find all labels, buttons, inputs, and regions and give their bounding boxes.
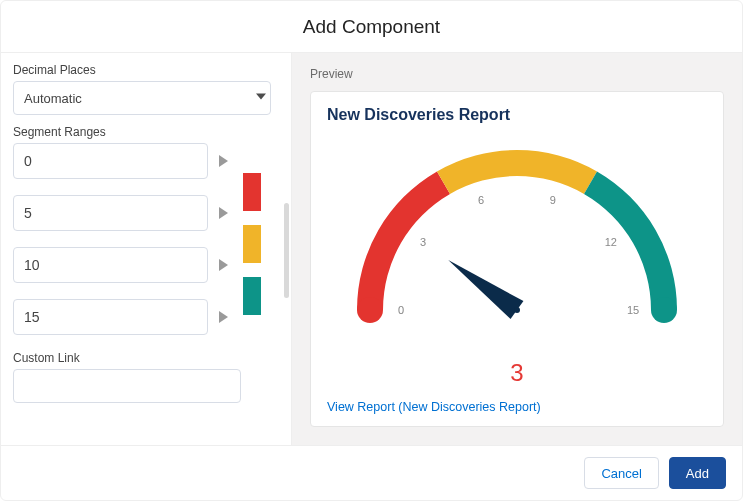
- svg-point-5: [357, 297, 383, 323]
- preview-title: New Discoveries Report: [327, 106, 707, 124]
- chevron-down-icon: [255, 91, 267, 106]
- chevron-right-icon[interactable]: [218, 206, 229, 220]
- svg-marker-1: [219, 155, 228, 167]
- chevron-right-icon[interactable]: [218, 310, 229, 324]
- svg-text:12: 12: [605, 236, 617, 248]
- segment-value-input[interactable]: [13, 143, 208, 179]
- view-report-link[interactable]: View Report (New Discoveries Report): [327, 400, 707, 414]
- preview-card: New Discoveries Report 03691215 3 View R…: [310, 91, 724, 427]
- chevron-right-icon[interactable]: [218, 154, 229, 168]
- svg-marker-13: [448, 260, 523, 319]
- svg-text:9: 9: [550, 194, 556, 206]
- svg-marker-0: [256, 94, 266, 100]
- svg-point-6: [651, 297, 677, 323]
- segment-value-input[interactable]: [13, 299, 208, 335]
- dialog-body: Decimal Places Automatic Segment Ranges: [1, 53, 742, 445]
- decimal-places-value: Automatic: [24, 91, 82, 106]
- add-button[interactable]: Add: [669, 457, 726, 489]
- svg-text:3: 3: [420, 236, 426, 248]
- segment-value-input[interactable]: [13, 195, 208, 231]
- segment-color-swatches: [243, 173, 261, 315]
- segment-row: [13, 299, 229, 335]
- color-swatch-red[interactable]: [243, 173, 261, 211]
- preview-label: Preview: [310, 67, 724, 81]
- cancel-button[interactable]: Cancel: [584, 457, 658, 489]
- color-swatch-yellow[interactable]: [243, 225, 261, 263]
- svg-text:15: 15: [627, 304, 639, 316]
- gauge-chart: 03691215 3: [327, 130, 707, 392]
- preview-panel: Preview New Discoveries Report 03691215 …: [291, 53, 742, 445]
- dialog-title: Add Component: [303, 16, 440, 38]
- chevron-right-icon[interactable]: [218, 258, 229, 272]
- svg-marker-4: [219, 311, 228, 323]
- svg-marker-3: [219, 259, 228, 271]
- segment-value-input[interactable]: [13, 247, 208, 283]
- segment-ranges-label: Segment Ranges: [13, 125, 279, 139]
- svg-text:0: 0: [398, 304, 404, 316]
- dialog-footer: Cancel Add: [1, 445, 742, 500]
- color-swatch-teal[interactable]: [243, 277, 261, 315]
- dialog-header: Add Component: [1, 1, 742, 53]
- svg-text:6: 6: [478, 194, 484, 206]
- segment-row: [13, 195, 229, 231]
- segment-row: [13, 247, 229, 283]
- custom-link-label: Custom Link: [13, 351, 279, 365]
- svg-marker-2: [219, 207, 228, 219]
- settings-panel: Decimal Places Automatic Segment Ranges: [1, 53, 291, 445]
- svg-point-14: [514, 307, 520, 313]
- decimal-places-label: Decimal Places: [13, 63, 279, 77]
- scrollbar-thumb[interactable]: [284, 203, 289, 298]
- decimal-places-select[interactable]: Automatic: [13, 81, 279, 115]
- gauge-value: 3: [510, 359, 523, 387]
- segment-row: [13, 143, 229, 179]
- custom-link-input[interactable]: [13, 369, 241, 403]
